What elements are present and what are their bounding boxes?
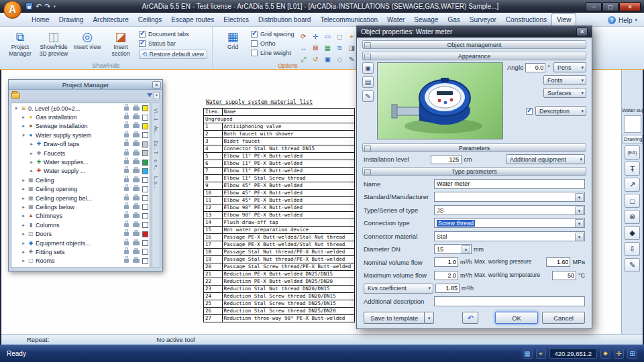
name-input[interactable] (434, 179, 585, 189)
printer-icon[interactable] (133, 196, 140, 200)
tree-item[interactable]: ▸ ▦ Ceiling opening (11, 185, 150, 194)
ribbon-tab[interactable]: Gas (443, 14, 464, 26)
status-toggle-icon[interactable]: ⊞ (627, 349, 637, 359)
layer-color-swatch[interactable] (142, 249, 148, 255)
tree-item[interactable]: ▸ ● Sewage installation (11, 122, 150, 131)
tree-expander-icon[interactable]: ▸ (21, 204, 26, 210)
save-template-dropdown-icon[interactable]: ▾ (425, 312, 434, 324)
layer-color-swatch[interactable] (142, 150, 148, 156)
save-icon[interactable] (25, 3, 33, 10)
layer-color-swatch[interactable] (142, 132, 148, 138)
ribbon-tab[interactable]: Drawing (54, 14, 89, 26)
tree-item[interactable]: ▸ ● Gas installation (11, 113, 150, 121)
layer-color-swatch[interactable] (142, 258, 148, 264)
view-tool-icon[interactable]: ↔ (298, 42, 309, 53)
lock-icon[interactable] (124, 133, 129, 137)
ribbon-big-button[interactable]: ⧉ Project Manager (3, 28, 37, 58)
ribbon-big-button[interactable]: ◎ Insert view (70, 28, 104, 52)
layer-color-swatch[interactable] (142, 204, 148, 210)
layer-color-swatch[interactable] (142, 141, 148, 147)
tree-item[interactable]: ▸ ▢ Rooms (11, 257, 150, 265)
tree-item[interactable]: ▸ ✚ Draw-off taps (11, 140, 150, 149)
ribbon-tab[interactable]: Home (27, 14, 54, 26)
tree-expander-icon[interactable]: ▸ (21, 223, 26, 228)
ribbon-tab[interactable]: Escape routes (166, 14, 219, 26)
section-object-management[interactable]: Object management (362, 40, 586, 49)
project-manager-titlebar[interactable]: Project Manager ✕ (9, 80, 162, 90)
tree-item[interactable]: ▸ ✚ Faucets (11, 149, 150, 158)
drawing-tool-icon[interactable]: Ŧ (625, 162, 640, 176)
layer-color-swatch[interactable] (142, 177, 148, 183)
lock-icon[interactable] (124, 259, 129, 263)
lock-icon[interactable] (124, 142, 129, 146)
kvs-coefficient-dropdown[interactable]: Kvs coefficient (364, 284, 433, 294)
side-tab[interactable]: Ax... (154, 126, 158, 135)
drawing-tool-icon[interactable]: (EA) (625, 145, 640, 160)
tree-expander-icon[interactable]: ▾ (21, 133, 26, 138)
tree-item[interactable]: ▸ ✚ Fitting sets (11, 247, 150, 256)
layer-color-swatch[interactable] (142, 240, 148, 246)
diameter-combobox[interactable]: 15 (434, 244, 472, 254)
printer-icon[interactable] (133, 133, 140, 137)
side-tab[interactable]: Vi... 1 (154, 109, 158, 121)
lock-icon[interactable] (124, 124, 129, 128)
section-parameters[interactable]: Parameters (362, 143, 586, 152)
drawing-tool-icon[interactable]: ✎ (625, 258, 640, 272)
drawing-tool-icon[interactable]: ⊗ (625, 210, 640, 224)
lock-icon[interactable] (124, 187, 129, 191)
printer-icon[interactable] (133, 214, 140, 218)
object-3d-preview[interactable] (377, 62, 503, 139)
tree-item[interactable]: ▾ ● Water supply system (11, 131, 150, 139)
view-tool-icon[interactable]: ◻ (334, 31, 345, 42)
view-tool-icon[interactable]: ▭ (322, 31, 333, 42)
maximize-button[interactable] (602, 2, 619, 11)
printer-icon[interactable] (133, 142, 140, 146)
layer-color-swatch[interactable] (142, 213, 148, 219)
printer-icon[interactable] (133, 115, 140, 119)
tree-expander-icon[interactable]: ▸ (21, 213, 26, 219)
drawing-tool-icon[interactable]: ↗ (625, 178, 640, 192)
ribbon-big-button[interactable]: ◫ Show/Hide 3D preview (37, 28, 70, 58)
pens-button[interactable]: Pens (553, 62, 586, 72)
tree-item[interactable]: ▸ ▦ Ceilings below (11, 202, 150, 211)
tree-expander-icon[interactable]: ▸ (21, 123, 26, 129)
side-tab[interactable]: Ex... T (154, 141, 158, 154)
cancel-button[interactable]: Cancel (542, 312, 585, 324)
type-series-combobox[interactable]: JS (434, 205, 585, 215)
filter-control[interactable]: ▾ (147, 92, 160, 99)
preview-tool-icon[interactable]: ✎ (362, 90, 374, 102)
lock-icon[interactable] (124, 241, 129, 245)
layer-color-swatch[interactable] (142, 160, 148, 166)
ribbon-tab[interactable]: Water (382, 14, 409, 26)
lock-icon[interactable] (124, 223, 129, 227)
lock-icon[interactable] (124, 160, 129, 164)
section-type-parameters[interactable]: Type parameters (362, 167, 586, 176)
layer-color-swatch[interactable] (142, 105, 148, 111)
ribbon-tab[interactable]: Electrics (219, 14, 254, 26)
printer-icon[interactable] (133, 187, 140, 191)
ribbon-checkbox[interactable]: Grid spacing (251, 31, 294, 38)
redo-icon[interactable]: ↷ (44, 3, 50, 10)
layer-color-swatch[interactable] (142, 186, 148, 192)
description-button[interactable]: Description (535, 106, 586, 116)
printer-icon[interactable] (133, 178, 140, 182)
ok-button[interactable]: OK (495, 312, 538, 324)
printer-icon[interactable] (133, 124, 140, 128)
drawing-tool-icon[interactable]: □ (625, 194, 640, 208)
lock-icon[interactable] (124, 232, 129, 236)
ribbon-tab[interactable]: Surveyor (465, 14, 501, 26)
printer-icon[interactable] (133, 232, 140, 236)
ribbon-checkbox[interactable]: Ortho (251, 40, 294, 47)
status-toggle-icon[interactable]: ✛ (614, 349, 624, 359)
layer-color-swatch[interactable] (142, 195, 148, 201)
tree-expander-icon[interactable]: ▸ (29, 141, 34, 147)
max-pressure-input[interactable] (546, 257, 570, 267)
printer-icon[interactable] (133, 160, 140, 164)
status-toggle-icon[interactable]: ⌖ (536, 349, 546, 359)
surfaces-button[interactable]: Surfaces (543, 88, 586, 98)
additional-equipment-button[interactable]: Additional equipment (506, 154, 585, 164)
fonts-button[interactable]: Fonts (543, 75, 586, 85)
printer-icon[interactable] (133, 169, 140, 173)
tree-item[interactable]: ▸ ▦ Ceiling (11, 176, 150, 184)
restore-default-view-button[interactable]: ⟲ Restore default view (139, 50, 207, 59)
